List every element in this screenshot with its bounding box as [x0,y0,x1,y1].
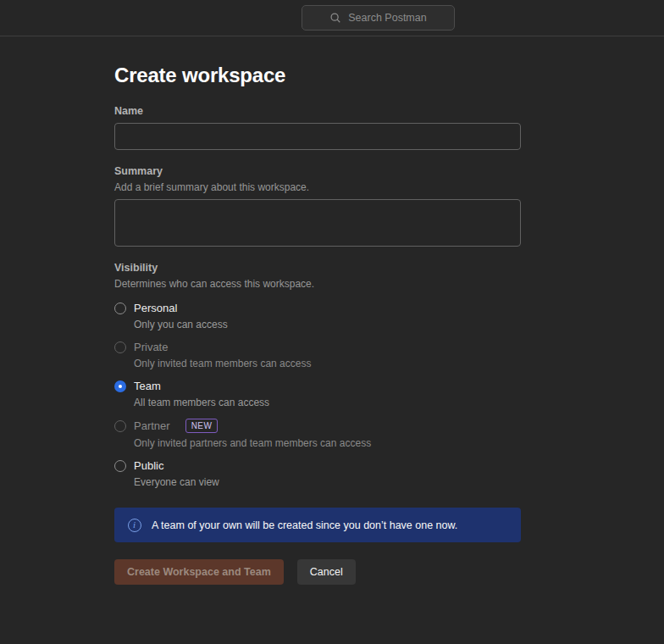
option-description: Only invited partners and team members c… [134,437,521,449]
option-description: Only invited team members can access [134,358,521,369]
info-icon: i [128,519,141,532]
new-badge: NEW [185,419,219,433]
summary-textarea[interactable] [114,199,521,247]
page-title: Create workspace [114,64,521,87]
visibility-option-private: Private Only invited team members can ac… [114,341,521,369]
create-workspace-page: Create workspace Name Summary Add a brie… [0,64,521,585]
team-info-banner: i A team of your own will be created sin… [114,508,521,542]
option-label: Public [134,459,163,472]
visibility-description: Determines who can access this workspace… [114,278,521,290]
visibility-field-group: Visibility Determines who can access thi… [114,262,521,488]
global-search[interactable]: Search Postman [302,5,455,31]
option-label: Team [134,380,161,392]
search-icon [329,12,341,24]
option-description: All team members can access [134,397,521,408]
option-description: Only you can access [134,319,521,330]
cancel-button[interactable]: Cancel [297,559,356,585]
summary-description: Add a brief summary about this workspace… [114,181,521,193]
visibility-option-partner: Partner NEW Only invited partners and te… [114,419,521,449]
search-label: Search Postman [348,12,426,24]
radio-circle-icon[interactable] [114,460,126,472]
option-label: Partner [134,419,170,432]
name-input[interactable] [114,123,521,150]
option-label: Private [134,341,168,353]
visibility-label: Visibility [114,262,521,274]
radio-selected-icon[interactable] [114,380,126,392]
radio-circle-icon [114,420,126,432]
radio-team[interactable]: Team [114,380,521,392]
create-workspace-and-team-button[interactable]: Create Workspace and Team [114,559,284,585]
radio-public[interactable]: Public [114,459,521,472]
visibility-option-team: Team All team members can access [114,380,521,408]
radio-personal[interactable]: Personal [114,302,521,314]
radio-circle-icon [114,341,126,353]
option-label: Personal [134,302,177,314]
top-bar: Search Postman [0,0,664,36]
name-field-group: Name [114,105,521,150]
name-label: Name [114,105,521,117]
visibility-option-public: Public Everyone can view [114,459,521,488]
visibility-option-personal: Personal Only you can access [114,302,521,330]
radio-partner: Partner NEW [114,419,521,433]
summary-field-group: Summary Add a brief summary about this w… [114,165,521,247]
radio-circle-icon[interactable] [114,303,126,314]
radio-private: Private [114,341,521,353]
banner-text: A team of your own will be created since… [152,519,457,531]
option-description: Everyone can view [134,476,521,488]
summary-label: Summary [114,165,521,177]
visibility-options: Personal Only you can access Private Onl… [114,302,521,488]
form-actions: Create Workspace and Team Cancel [114,559,521,585]
